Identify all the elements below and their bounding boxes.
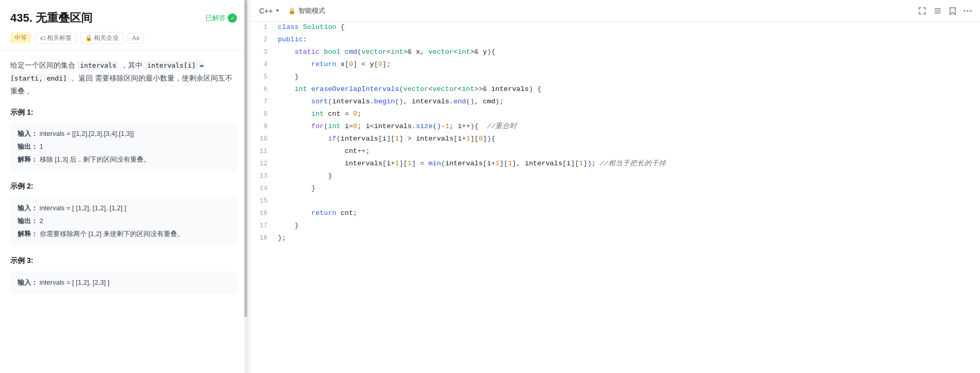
example-box-2: 输入： intervals = [ [1,2], [1,2], [1,2] ]输… bbox=[10, 197, 237, 245]
line-number-15: 15 bbox=[251, 195, 276, 208]
line-content-13: } bbox=[276, 170, 980, 183]
svg-point-4 bbox=[967, 10, 969, 11]
line-content-11: cnt++; bbox=[276, 146, 980, 158]
code-line-14: 14 } bbox=[251, 183, 980, 195]
code-line-9: 9 for(int i=0; i<intervals.size()-1; i++… bbox=[251, 121, 980, 133]
code-line-6: 6 int eraseOverlapIntervals(vector<vecto… bbox=[251, 84, 980, 96]
solved-check-icon: ✓ bbox=[228, 13, 237, 23]
line-number-17: 17 bbox=[251, 220, 276, 232]
tags-row: 中等 🏷 相关标签 🔒 相关企业 Ax bbox=[10, 32, 237, 44]
code-line-3: 3 static bool cmd(vector<int>& x, vector… bbox=[251, 46, 980, 59]
line-number-16: 16 bbox=[251, 208, 276, 220]
line-number-7: 7 bbox=[251, 96, 276, 108]
line-number-14: 14 bbox=[251, 183, 276, 195]
code-line-1: 1class Solution { bbox=[251, 22, 980, 34]
line-number-4: 4 bbox=[251, 59, 276, 71]
line-content-8: int cnt = 0; bbox=[276, 108, 980, 121]
example-box-3: 输入： intervals = [ [1,2], [2,3] ] bbox=[10, 271, 237, 294]
line-number-18: 18 bbox=[251, 232, 276, 245]
code-line-15: 15 bbox=[251, 195, 980, 208]
example-1: 示例 1:输入： intervals = [[1,2],[2,3],[3,4],… bbox=[10, 106, 237, 172]
line-content-1: class Solution { bbox=[276, 22, 980, 34]
example-title-2: 示例 2: bbox=[10, 180, 237, 193]
line-content-9: for(int i=0; i<intervals.size()-1; i++){… bbox=[276, 121, 980, 133]
language-selector[interactable]: C++ ▼ bbox=[259, 7, 280, 15]
line-number-9: 9 bbox=[251, 121, 276, 133]
code-editor[interactable]: 1class Solution {2public:3 static bool c… bbox=[251, 22, 980, 373]
solved-text: 已解答 bbox=[206, 13, 226, 23]
bookmark-button[interactable] bbox=[949, 7, 956, 15]
code-line-18: 18}; bbox=[251, 232, 980, 245]
example-title-3: 示例 3: bbox=[10, 255, 237, 267]
line-content-15 bbox=[276, 195, 980, 208]
input-label-3: 输入： bbox=[18, 278, 38, 286]
language-label: C++ bbox=[259, 7, 273, 15]
svg-point-5 bbox=[970, 10, 972, 11]
problem-content: 给定一个区间的集合 intervals ，其中 intervals[i] = [… bbox=[0, 51, 247, 373]
problem-title: 435. 无重叠区间 bbox=[10, 10, 92, 26]
problem-description: 给定一个区间的集合 intervals ，其中 intervals[i] = [… bbox=[10, 59, 237, 98]
problem-header: 435. 无重叠区间 已解答 ✓ 中等 🏷 相关标签 🔒 相关企业 Ax bbox=[0, 0, 247, 51]
line-number-10: 10 bbox=[251, 133, 276, 146]
line-number-5: 5 bbox=[251, 71, 276, 84]
examples-container: 示例 1:输入： intervals = [[1,2],[2,3],[3,4],… bbox=[10, 106, 237, 294]
output-label-1: 输出： bbox=[18, 143, 38, 150]
line-content-4: return x[0] < y[0]; bbox=[276, 59, 980, 71]
code-line-4: 4 return x[0] < y[0]; bbox=[251, 59, 980, 71]
editor-mode[interactable]: 🔒 智能模式 bbox=[288, 6, 325, 15]
code-line-12: 12 intervals[i+1][1] = min(intervals[i+1… bbox=[251, 158, 980, 170]
explain-label-2: 解释： bbox=[18, 230, 38, 238]
output-label-2: 输出： bbox=[18, 217, 38, 225]
lock-tag-icon: 🔒 bbox=[85, 35, 92, 41]
expand-button[interactable] bbox=[918, 7, 926, 15]
list-button[interactable] bbox=[934, 7, 942, 15]
problem-title-row: 435. 无重叠区间 已解答 ✓ bbox=[10, 10, 237, 26]
code-line-13: 13 } bbox=[251, 170, 980, 183]
example-3: 示例 3:输入： intervals = [ [1,2], [2,3] ] bbox=[10, 255, 237, 294]
related-company-button[interactable]: 🔒 相关企业 bbox=[81, 32, 123, 44]
example-box-1: 输入： intervals = [[1,2],[2,3],[3,4],[1,3]… bbox=[10, 122, 237, 171]
code-line-17: 17 } bbox=[251, 220, 980, 232]
line-content-12: intervals[i+1][1] = min(intervals[i+1][1… bbox=[276, 158, 980, 170]
code-line-7: 7 sort(intervals.begin(), intervals.end(… bbox=[251, 96, 980, 108]
line-content-10: if(intervals[i][1] > intervals[i+1][0]){ bbox=[276, 133, 980, 146]
line-number-2: 2 bbox=[251, 34, 276, 46]
line-number-11: 11 bbox=[251, 146, 276, 158]
editor-toolbar: C++ ▼ 🔒 智能模式 bbox=[251, 0, 980, 22]
code-line-10: 10 if(intervals[i][1] > intervals[i+1][0… bbox=[251, 133, 980, 146]
input-label-1: 输入： bbox=[18, 130, 38, 137]
lock-mode-icon: 🔒 bbox=[288, 7, 296, 14]
solved-badge: 已解答 ✓ bbox=[206, 13, 237, 23]
problem-panel: 435. 无重叠区间 已解答 ✓ 中等 🏷 相关标签 🔒 相关企业 Ax 给定一… bbox=[0, 0, 248, 373]
line-number-1: 1 bbox=[251, 22, 276, 34]
code-line-8: 8 int cnt = 0; bbox=[251, 108, 980, 121]
left-scrollbar[interactable] bbox=[244, 0, 247, 373]
line-number-3: 3 bbox=[251, 46, 276, 59]
input-label-2: 输入： bbox=[18, 204, 38, 212]
line-content-6: int eraseOverlapIntervals(vector<vector<… bbox=[276, 84, 980, 96]
line-number-13: 13 bbox=[251, 170, 276, 183]
explain-label-1: 解释： bbox=[18, 156, 38, 163]
mode-label: 智能模式 bbox=[298, 6, 325, 15]
left-scrollbar-thumb bbox=[244, 0, 247, 317]
font-size-button[interactable]: Ax bbox=[128, 33, 144, 43]
code-line-2: 2public: bbox=[251, 34, 980, 46]
code-line-11: 11 cnt++; bbox=[251, 146, 980, 158]
line-content-3: static bool cmd(vector<int>& x, vector<i… bbox=[276, 46, 980, 59]
line-content-2: public: bbox=[276, 34, 980, 46]
related-tags-button[interactable]: 🏷 相关标签 bbox=[35, 32, 76, 44]
svg-point-3 bbox=[964, 10, 966, 11]
editor-panel: C++ ▼ 🔒 智能模式 bbox=[251, 0, 980, 373]
code-line-16: 16 return cnt; bbox=[251, 208, 980, 220]
lang-dropdown-arrow-icon: ▼ bbox=[275, 8, 280, 13]
tag-icon: 🏷 bbox=[40, 35, 45, 41]
line-content-18: }; bbox=[276, 232, 980, 245]
example-title-1: 示例 1: bbox=[10, 106, 237, 119]
more-button[interactable] bbox=[963, 7, 972, 15]
difficulty-tag: 中等 bbox=[10, 33, 31, 43]
code-line-5: 5 } bbox=[251, 71, 980, 84]
line-content-7: sort(intervals.begin(), intervals.end(),… bbox=[276, 96, 980, 108]
example-2: 示例 2:输入： intervals = [ [1,2], [1,2], [1,… bbox=[10, 180, 237, 245]
inline-code-intervals: intervals bbox=[77, 61, 119, 70]
line-content-5: } bbox=[276, 71, 980, 84]
